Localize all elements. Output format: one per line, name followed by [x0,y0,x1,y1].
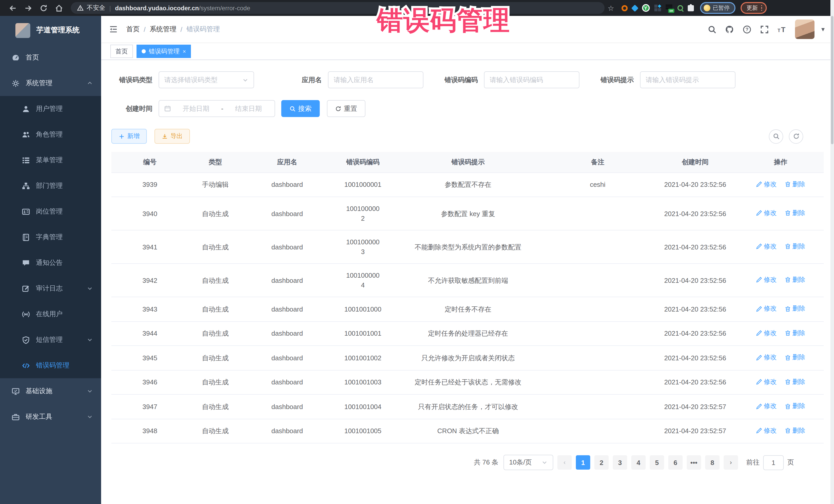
delete-link[interactable]: 删除 [785,328,805,338]
sidebar-item[interactable]: 通知公告 [0,250,101,276]
add-button[interactable]: 新增 [111,129,147,144]
column-header: 类型 [188,152,242,172]
sidebar-item[interactable]: 岗位管理 [0,199,101,224]
edit-link[interactable]: 修改 [756,275,776,285]
app-name-input[interactable] [334,76,418,84]
delete-link[interactable]: 删除 [785,304,805,313]
column-header: 操作 [738,152,824,172]
search-icon[interactable] [708,25,717,34]
tag-view[interactable]: 首页 [110,45,133,58]
breadcrumb-item[interactable]: 系统管理 [150,25,176,34]
delete-link[interactable]: 删除 [785,275,805,285]
extension-grid-icon[interactable] [654,5,661,11]
logo-image [15,23,30,38]
delete-link[interactable]: 删除 [785,179,805,189]
not-secure-label[interactable]: 不安全 [87,4,105,12]
sidebar-item[interactable]: 基础设施 [0,378,101,404]
browser-back-icon[interactable] [9,4,17,12]
sidebar-item[interactable]: 错误码管理 [0,353,101,378]
paused-extension-badge[interactable]: 已暂停 [700,2,735,14]
sidebar-item[interactable]: 短信管理 [0,327,101,353]
reset-button[interactable]: 重置 [327,100,366,117]
prev-page-button[interactable]: ‹ [557,455,572,469]
user-avatar[interactable] [795,20,814,39]
delete-link[interactable]: 删除 [785,353,805,363]
refresh-table-button[interactable] [789,129,803,144]
error-code-input[interactable] [490,76,574,84]
sidebar-item[interactable]: 角色管理 [0,122,101,147]
search-button[interactable]: 搜索 [281,100,320,117]
page-number-button[interactable]: ••• [687,455,701,469]
delete-link[interactable]: 删除 [785,242,805,251]
delete-link[interactable]: 删除 [785,401,805,411]
start-date-placeholder[interactable]: 开始日期 [175,104,217,113]
extension-blue-gem-icon[interactable] [631,4,638,12]
end-date-placeholder[interactable]: 结束日期 [227,104,269,113]
font-size-icon[interactable] [777,25,786,34]
breadcrumb-item[interactable]: 首页 [126,25,139,34]
help-icon[interactable] [743,25,751,34]
page-number-button[interactable]: 1 [576,455,590,469]
edit-link[interactable]: 修改 [756,328,776,338]
error-type-select[interactable]: 请选择错误码类型 [159,71,254,88]
edit-link[interactable]: 修改 [756,353,776,363]
error-hint-label: 错误码提示 [593,75,634,84]
github-icon[interactable] [725,25,734,34]
toggle-search-button[interactable] [769,129,783,144]
breadcrumb-item[interactable]: 错误码管理 [186,25,220,34]
browser-home-icon[interactable] [55,4,63,12]
edit-link[interactable]: 修改 [756,401,776,411]
fullscreen-icon[interactable] [760,25,769,34]
tag-label: 错误码管理 [149,47,180,56]
sidebar-item[interactable]: 研发工具 [0,404,101,430]
window-scrollbar[interactable] [830,0,834,504]
sidebar-item[interactable]: 首页 [0,45,101,70]
delete-link[interactable]: 删除 [785,377,805,387]
page-number-button[interactable]: 4 [631,455,646,469]
extension-list-icon[interactable]: on [665,5,673,11]
avatar-caret-icon[interactable]: ▼ [820,26,826,32]
page-size-select[interactable]: 10条/页 [503,455,553,470]
sidebar-item[interactable]: 部门管理 [0,173,101,199]
delete-link[interactable]: 删除 [785,209,805,218]
logo-row[interactable]: 芋道管理系统 [0,16,101,45]
sidebar-item[interactable]: 菜单管理 [0,147,101,173]
scrollbar-thumb[interactable] [831,16,833,144]
extension-green-circle-icon[interactable]: Y [642,4,650,12]
sidebar-item[interactable]: 用户管理 [0,96,101,122]
sidebar-item[interactable]: 系统管理 [0,70,101,96]
sidebar-item[interactable]: 在线用户 [0,301,101,327]
sidebar-item[interactable]: 审计日志 [0,276,101,301]
table-row: 3943 自动生成 dashboard 1001001000 定时任务不存在 2… [111,297,824,321]
delete-link[interactable]: 删除 [785,426,805,436]
tag-view[interactable]: 错误码管理 × [136,45,191,58]
goto-page-input[interactable] [763,455,784,470]
page-number-button[interactable]: 8 [705,455,720,469]
browser-menu-icon[interactable] [761,5,762,11]
edit-link[interactable]: 修改 [756,209,776,218]
page-number-button[interactable]: 2 [594,455,609,469]
browser-reload-icon[interactable] [40,4,48,12]
extension-orange-ring-icon[interactable] [621,5,628,11]
tag-close-icon[interactable]: × [183,48,186,54]
browser-forward-icon[interactable] [24,4,32,12]
extension-green-magnifier-icon[interactable] [677,5,683,11]
extensions-puzzle-icon[interactable] [687,5,694,11]
edit-link[interactable]: 修改 [756,377,776,387]
page-number-button[interactable]: 6 [668,455,683,469]
address-bar[interactable]: 不安全 | dashboard.yudao.iocoder.cn/system/… [71,2,605,14]
browser-update-button[interactable]: 更新 [740,2,767,14]
edit-link[interactable]: 修改 [756,179,776,189]
bookmark-star-icon[interactable]: ☆ [608,4,614,12]
edit-link[interactable]: 修改 [756,304,776,313]
date-range-picker[interactable]: 开始日期 - 结束日期 [159,100,275,117]
edit-link[interactable]: 修改 [756,242,776,251]
error-hint-input[interactable] [646,76,730,84]
export-button[interactable]: 导出 [154,129,190,144]
sidebar-item[interactable]: 字典管理 [0,224,101,250]
page-number-button[interactable]: 5 [650,455,664,469]
page-number-button[interactable]: 3 [613,455,627,469]
edit-link[interactable]: 修改 [756,426,776,436]
next-page-button[interactable]: › [724,455,738,469]
hamburger-icon[interactable] [109,25,118,34]
